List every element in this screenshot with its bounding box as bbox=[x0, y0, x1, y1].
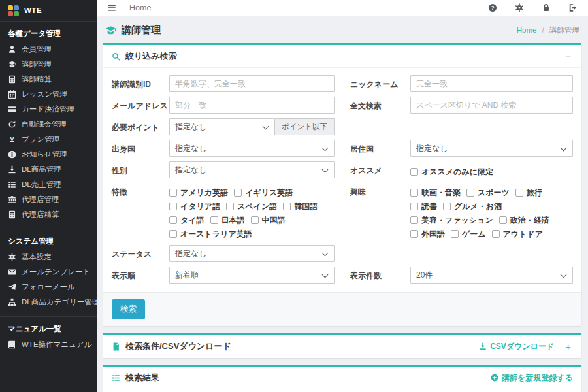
interest-checkbox[interactable] bbox=[499, 216, 507, 224]
residence-country-select[interactable]: 指定なし bbox=[410, 140, 573, 157]
birth-country-select[interactable]: 指定なし bbox=[169, 140, 335, 157]
collapse-toggle[interactable]: − bbox=[563, 52, 573, 61]
instructor-id-input[interactable] bbox=[169, 75, 335, 92]
sidebar-item[interactable]: 講師管理 bbox=[0, 57, 97, 72]
per-page-select[interactable]: 20件 bbox=[410, 267, 573, 284]
checkbox-label: 日本語 bbox=[221, 214, 245, 227]
feature-option[interactable]: オーストラリア英語 bbox=[169, 227, 252, 240]
question-circle-button[interactable] bbox=[488, 3, 497, 12]
sidebar-item[interactable]: フォローメール bbox=[0, 280, 97, 295]
sidebar-item-label: 講師精算 bbox=[22, 74, 52, 84]
feature-option[interactable]: 韓国語 bbox=[283, 200, 318, 213]
feature-option[interactable]: スペイン語 bbox=[226, 200, 277, 213]
search-form: 講師識別ID ニックネーム メールアドレス bbox=[103, 68, 581, 292]
interest-checkbox[interactable] bbox=[466, 189, 474, 197]
sidebar-item[interactable]: 自動課金管理 bbox=[0, 117, 97, 132]
feature-option[interactable]: アメリカ英語 bbox=[169, 186, 228, 199]
csv-download-label: CSVダウンロード bbox=[490, 341, 554, 352]
fulltext-search-input[interactable] bbox=[410, 97, 573, 114]
register-instructor-link[interactable]: 講師を新規登録する bbox=[491, 372, 573, 384]
sidebar-item[interactable]: 代理店精算 bbox=[0, 207, 97, 222]
checkbox-label: 韓国語 bbox=[294, 200, 318, 213]
brand[interactable]: WTE bbox=[0, 0, 97, 22]
interest-option[interactable]: 政治・経済 bbox=[499, 214, 549, 227]
required-points-select[interactable]: 指定なし bbox=[169, 118, 275, 135]
paper-plane-icon bbox=[8, 283, 16, 291]
field-label: ニックネーム bbox=[350, 75, 410, 92]
menu-toggle-icon[interactable] bbox=[107, 3, 116, 12]
feature-option[interactable]: 日本語 bbox=[210, 214, 245, 227]
results-panel: 検索結果 講師を新規登録する 28件中、1件目から20件目までの20件を表示して… bbox=[103, 365, 581, 392]
feature-checkbox[interactable] bbox=[169, 230, 177, 238]
envelope-icon bbox=[8, 268, 16, 276]
interest-option[interactable]: 読書 bbox=[410, 200, 437, 213]
feature-checkbox[interactable] bbox=[169, 203, 177, 210]
book-icon bbox=[8, 340, 16, 349]
interest-option[interactable]: スポーツ bbox=[466, 186, 510, 199]
feature-checkbox[interactable] bbox=[251, 216, 259, 224]
feature-checkbox[interactable] bbox=[169, 189, 177, 197]
expand-toggle[interactable]: + bbox=[563, 342, 573, 351]
feature-checkbox[interactable] bbox=[226, 203, 234, 210]
interest-option[interactable]: グルメ・お酒 bbox=[443, 200, 502, 213]
sidebar-item[interactable]: お知らせ管理 bbox=[0, 147, 97, 162]
interest-checkbox[interactable] bbox=[410, 189, 418, 197]
email-input[interactable] bbox=[169, 97, 335, 114]
gender-select[interactable]: 指定なし bbox=[169, 161, 335, 178]
sidebar-item[interactable]: 会員管理 bbox=[0, 42, 97, 57]
interest-checkbox[interactable] bbox=[515, 189, 523, 197]
feature-checkbox[interactable] bbox=[283, 203, 291, 210]
feature-checkbox[interactable] bbox=[169, 216, 177, 224]
interest-option[interactable]: アウトドア bbox=[492, 227, 543, 240]
interest-option[interactable]: 美容・ファッション bbox=[410, 214, 493, 227]
feature-option[interactable]: イタリア語 bbox=[169, 200, 220, 213]
sidebar-item[interactable]: DL商品管理 bbox=[0, 162, 97, 177]
recommended-only-option[interactable]: オススメのみに限定 bbox=[410, 165, 493, 178]
lock-button[interactable] bbox=[542, 3, 551, 12]
feature-checkbox[interactable] bbox=[234, 189, 242, 197]
sidebar-item[interactable]: プラン管理 bbox=[0, 132, 97, 147]
feature-option[interactable]: タイ語 bbox=[169, 214, 204, 227]
sidebar-item[interactable]: メールテンプレート bbox=[0, 265, 97, 280]
interest-checkbox[interactable] bbox=[410, 203, 418, 210]
recommended-checkbox[interactable] bbox=[410, 168, 418, 176]
sort-order-select[interactable]: 新着順 bbox=[169, 267, 335, 284]
calculator-icon bbox=[8, 75, 16, 84]
interest-checkbox[interactable] bbox=[451, 230, 459, 238]
sidebar-item[interactable]: レッスン管理 bbox=[0, 87, 97, 102]
sidebar-item[interactable]: WTE操作マニュアル bbox=[0, 337, 97, 352]
interest-checkbox[interactable] bbox=[410, 230, 418, 238]
checkbox-label: 美容・ファッション bbox=[421, 214, 493, 227]
interest-checkbox[interactable] bbox=[492, 230, 500, 238]
breadcrumb-home-link[interactable]: Home bbox=[517, 26, 537, 34]
sidebar-item[interactable]: カード決済管理 bbox=[0, 102, 97, 117]
interest-option[interactable]: 旅行 bbox=[515, 186, 542, 199]
field-label: ステータス bbox=[112, 245, 169, 262]
feature-option[interactable]: 中国語 bbox=[251, 214, 286, 227]
sidebar-item[interactable]: DL売上管理 bbox=[0, 177, 97, 192]
bank-icon bbox=[8, 195, 16, 204]
sidebar-item[interactable]: DL商品カテゴリー管理 bbox=[0, 295, 97, 310]
interest-option[interactable]: 映画・音楽 bbox=[410, 186, 461, 199]
sidebar-section-title: 各種データ管理 bbox=[0, 22, 97, 42]
status-select[interactable]: 指定なし bbox=[169, 245, 335, 262]
interest-option[interactable]: 外国語 bbox=[410, 227, 445, 240]
csv-download-link[interactable]: CSVダウンロード bbox=[479, 341, 554, 352]
interest-checkbox[interactable] bbox=[443, 203, 451, 210]
sidebar-item[interactable]: 基本設定 bbox=[0, 250, 97, 265]
feature-option[interactable]: イギリス英語 bbox=[234, 186, 293, 199]
interest-option[interactable]: ゲーム bbox=[451, 227, 486, 240]
search-button[interactable]: 検索 bbox=[112, 299, 145, 319]
nickname-input[interactable] bbox=[410, 75, 573, 92]
select-value: 指定なし bbox=[175, 143, 207, 154]
sidebar-item[interactable]: 代理店管理 bbox=[0, 192, 97, 207]
interest-checkbox[interactable] bbox=[410, 216, 418, 224]
sidebar-item[interactable]: 講師精算 bbox=[0, 72, 97, 87]
sign-out-button[interactable] bbox=[568, 3, 578, 12]
feature-checkbox[interactable] bbox=[210, 216, 218, 224]
checkbox-label: 政治・経済 bbox=[510, 214, 549, 227]
sidebar-section-title: システム管理 bbox=[0, 229, 97, 250]
gear-button[interactable] bbox=[515, 3, 524, 12]
download-icon bbox=[479, 342, 487, 350]
topnav-home-link[interactable]: Home bbox=[129, 3, 151, 12]
